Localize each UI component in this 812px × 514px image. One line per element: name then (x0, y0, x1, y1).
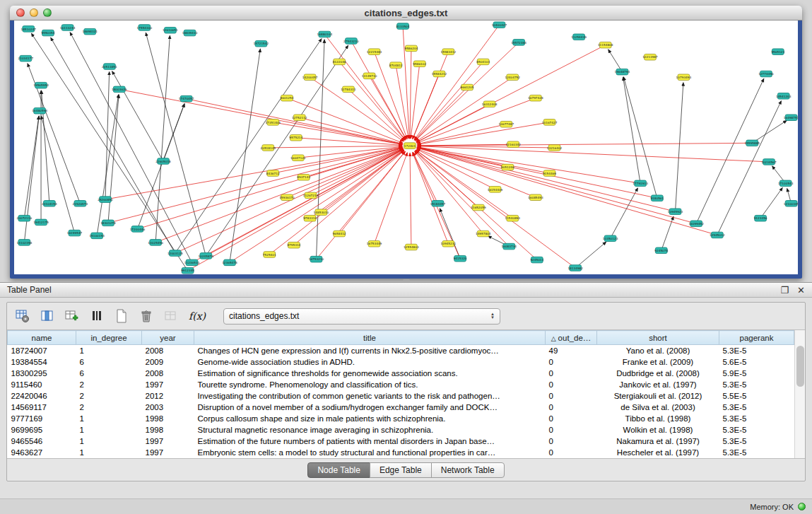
graph-node[interactable]: 14957804 (476, 230, 491, 237)
table-row[interactable]: 946362711997Embryonic stem cells: a mode… (8, 447, 794, 458)
graph-node[interactable]: 14200457 (302, 74, 318, 81)
graph-node[interactable]: 8504103 (476, 59, 490, 65)
graph-edge[interactable] (206, 45, 348, 256)
citation-edge[interactable] (188, 149, 404, 270)
citation-edge[interactable] (410, 48, 411, 138)
graph-node[interactable]: 8795314 (287, 242, 300, 248)
zoom-window-icon[interactable] (43, 8, 52, 17)
graph-node[interactable]: 12100345 (784, 201, 798, 207)
graph-node[interactable]: 9601254 (281, 95, 294, 101)
table-row[interactable]: 1456911722003Disruption of a novel membe… (8, 402, 794, 413)
tab-edge-table[interactable]: Edge Table (370, 462, 432, 478)
table-source-dropdown[interactable]: citations_edges.txt ▲ ▼ (223, 308, 500, 325)
citation-edge[interactable] (268, 146, 402, 148)
graph-node[interactable]: 14541203 (776, 93, 792, 100)
new-table-button[interactable] (112, 307, 131, 325)
graph-node[interactable]: 9565123 (771, 49, 784, 55)
graph-node[interactable]: 11236510 (184, 259, 200, 266)
graph-node[interactable]: 15184457 (430, 201, 446, 207)
graph-node[interactable]: 16154409 (488, 187, 503, 193)
graph-node[interactable]: 10167427 (542, 119, 558, 126)
citation-edge[interactable] (375, 153, 408, 244)
network-canvas[interactable]: 1724019586204159834128504103124047521679… (14, 21, 798, 274)
citation-edge[interactable] (415, 151, 509, 247)
graph-node[interactable]: 11254439 (571, 34, 587, 40)
graph-edge[interactable] (717, 101, 782, 235)
citation-edge[interactable] (108, 148, 402, 223)
graph-node[interactable]: 12610651 (163, 27, 178, 33)
graph-edge[interactable] (623, 77, 657, 198)
network-window-titlebar[interactable]: citations_edges.txt (10, 6, 802, 21)
graph-node[interactable]: 12554803 (404, 244, 419, 250)
delete-columns-button[interactable] (87, 307, 107, 325)
graph-node[interactable]: 16753210 (309, 256, 324, 262)
graph-node[interactable]: 13216402 (547, 145, 563, 151)
graph-node[interactable]: 12215483 (367, 49, 382, 55)
graph-node[interactable]: 9415320 (454, 255, 467, 262)
graph-node[interactable]: 8937143 (297, 174, 310, 180)
graph-node[interactable]: 172401 (404, 143, 416, 149)
column-header-out_de[interactable]: △out_de… (546, 331, 597, 345)
graph-edge[interactable] (696, 78, 764, 223)
graph-node[interactable]: 12003125 (167, 250, 183, 257)
graph-node[interactable]: 16480598 (32, 107, 47, 114)
scrollbar-thumb[interactable] (796, 346, 804, 387)
graph-edge[interactable] (163, 104, 184, 161)
graph-edge[interactable] (440, 209, 460, 259)
citation-edge[interactable] (206, 149, 403, 256)
table-row[interactable]: 977716911998Corpus callosum shape and si… (8, 413, 794, 424)
graph-node[interactable]: 15983412 (441, 49, 457, 55)
graph-node[interactable]: 16797428 (528, 95, 543, 101)
graph-node[interactable]: 27543210 (343, 38, 359, 45)
graph-node[interactable]: 22605018 (155, 158, 171, 165)
tab-node-table[interactable]: Node Table (307, 462, 370, 478)
table-row[interactable]: 969969511998Structural magnetic resonanc… (8, 424, 794, 436)
column-header-pagerank[interactable]: pagerank (719, 331, 794, 345)
graph-node[interactable]: 8704812 (389, 62, 403, 69)
graph-node[interactable]: 25260850 (98, 197, 113, 203)
graph-node[interactable]: 15936170 (279, 194, 295, 201)
function-builder-button[interactable]: f(x) (186, 310, 208, 322)
graph-node[interactable]: 10945923 (668, 209, 683, 215)
graph-node[interactable]: 9123456 (754, 215, 767, 221)
close-panel-icon[interactable]: ✕ (797, 286, 805, 295)
graph-node[interactable]: 19648794 (615, 69, 630, 75)
graph-edge[interactable] (752, 121, 787, 144)
graph-node[interactable]: 10245874 (199, 253, 214, 259)
table-row[interactable]: 946554611997Estimation of the future num… (8, 436, 794, 447)
graph-node[interactable]: 9661205 (461, 84, 474, 90)
graph-node[interactable]: 11652059 (471, 204, 486, 211)
citation-edge[interactable] (269, 151, 404, 255)
graph-node[interactable]: 13149710 (362, 73, 377, 79)
graph-node[interactable]: 11154808 (598, 42, 613, 48)
graph-node[interactable]: 9550354 (41, 30, 54, 36)
graph-edge[interactable] (155, 35, 170, 243)
citation-edge[interactable] (403, 26, 409, 139)
column-header-name[interactable]: name (8, 331, 76, 345)
graph-node[interactable]: 9051246 (501, 164, 514, 170)
table-scrollbar[interactable] (794, 330, 805, 458)
citation-edge[interactable] (418, 147, 657, 198)
graph-node[interactable]: 9586102 (413, 61, 426, 67)
import-table-button[interactable] (161, 307, 181, 325)
graph-node[interactable]: 16083734 (502, 243, 517, 250)
graph-node[interactable]: 16880104 (317, 31, 333, 37)
table-mode-button[interactable] (13, 307, 33, 325)
graph-node[interactable]: 16099452 (688, 221, 704, 227)
graph-edge[interactable] (676, 83, 683, 211)
graph-node[interactable]: 12752112 (292, 115, 307, 121)
citation-edge[interactable] (418, 122, 550, 144)
citation-edge[interactable] (410, 153, 411, 247)
citation-edge[interactable] (370, 76, 406, 139)
table-row[interactable]: 2242004622012Investigating the contribut… (8, 390, 794, 402)
citation-edge[interactable] (175, 149, 403, 253)
graph-node[interactable]: 9245078 (654, 247, 668, 254)
graph-edge[interactable] (575, 242, 606, 268)
citation-edge[interactable] (273, 122, 402, 144)
citation-edge[interactable] (310, 150, 404, 218)
graph-node[interactable]: 20511851 (102, 64, 117, 70)
graph-node[interactable]: 19565954 (33, 82, 49, 88)
graph-node[interactable]: 9154469 (543, 170, 556, 177)
graph-node[interactable]: 12784311 (341, 86, 356, 93)
table-row[interactable]: 1830029562008Estimation of significance … (8, 368, 794, 379)
